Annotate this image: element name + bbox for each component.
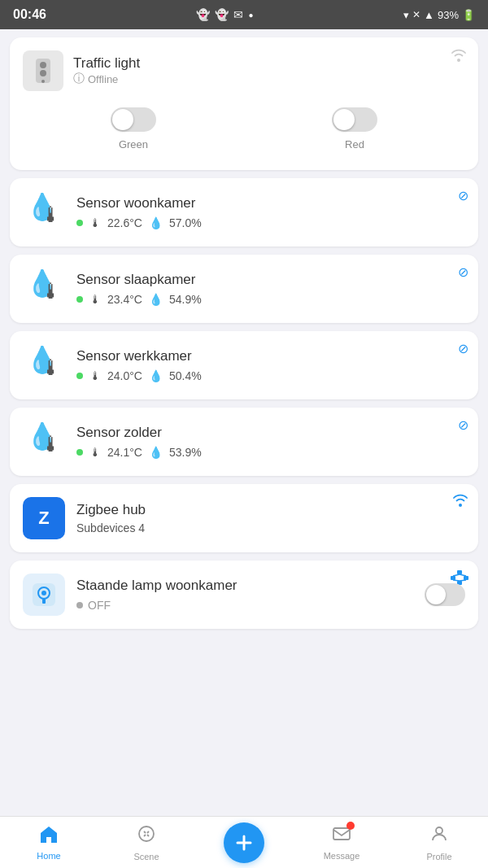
lamp-toggle[interactable] [425,583,465,606]
status-time: 00:46 [13,7,46,22]
sensor-readings-4: 🌡 24.1°C 💧 53.9% [76,446,465,459]
sensor-name-2: Sensor slaapkamer [76,272,465,288]
drop-icon-4: 💧 [149,446,163,459]
svg-text:🌡: 🌡 [41,203,62,227]
svg-line-17 [460,574,466,576]
traffic-light-icon [29,57,57,85]
temp-2: 23.4°C [107,293,142,306]
traffic-info: Traffic light ⓘ Offline [73,55,140,86]
edit-icon-3[interactable]: ⊘ [458,341,468,356]
message-badge [346,822,355,830]
sensor-readings-1: 🌡 22.6°C 💧 57.0% [76,216,465,229]
svg-point-1 [40,62,46,68]
home-icon [39,825,59,848]
nav-home[interactable]: Home [0,825,98,861]
nav-add[interactable] [195,822,293,863]
svg-rect-13 [451,576,455,580]
battery-icon: 🔋 [462,9,475,21]
wifi-icon-card [452,494,468,511]
sensor-zolder: 💧 🌡 Sensor zolder 🌡 24.1°C 💧 53.9% [23,421,465,463]
nav-scene[interactable]: Scene [98,824,195,861]
drop-icon-1: 💧 [149,216,163,229]
svg-rect-22 [42,599,46,604]
zigbee-hub: Z Zigbee hub Subdevices 4 [23,497,465,539]
svg-rect-12 [457,570,462,574]
svg-line-16 [453,574,460,576]
traffic-light-card: Traffic light ⓘ Offline Green Red [10,37,478,170]
svg-rect-25 [333,828,350,840]
scene-label: Scene [133,852,159,861]
sensor-info-3: Sensor werkkamer 🌡 24.0°C 💧 50.4% [76,348,465,382]
svg-point-3 [41,80,45,83]
lamp-svg-icon [29,580,59,609]
humidity-4: 53.9% [169,446,202,459]
sensor-slaapkamer-card: ⊘ 💧 🌡 Sensor slaapkamer 🌡 23.4°C 💧 54.9% [10,255,478,323]
zigbee-hub-card: Z Zigbee hub Subdevices 4 [10,484,478,552]
profile-label: Profile [426,852,451,861]
sensor-name-3: Sensor werkkamer [76,348,465,364]
snapchat-icon-2: 👻 [215,8,229,21]
green-toggle[interactable] [111,107,156,132]
svg-text:🌡: 🌡 [41,355,62,380]
scene-icon [137,824,156,848]
svg-point-2 [40,70,46,76]
signal-x-icon: ✕ [412,9,420,20]
off-dot [76,602,83,608]
humidity-3: 50.4% [169,369,202,382]
lamp-icon [23,574,65,616]
svg-line-18 [453,580,460,581]
signal-icon: ▲ [424,9,434,21]
temp-4: 24.1°C [107,446,142,459]
temp-3: 24.0°C [107,369,142,382]
online-dot-4 [76,449,83,456]
therm-icon-4: 🌡 [89,446,101,459]
svg-rect-14 [464,576,468,580]
humidity-2: 54.9% [169,293,202,306]
drop-icon-2: 💧 [149,293,163,306]
red-toggle-group: Red [332,107,377,150]
lamp-name: Staande lamp woonkamer [76,578,413,594]
therm-icon-2: 🌡 [89,293,101,306]
green-toggle-group: Green [111,107,156,150]
red-label: Red [345,138,364,150]
svg-point-23 [41,591,46,595]
mail-icon: ✉ [233,8,243,21]
therm-icon-3: 🌡 [89,369,101,382]
message-label: Message [324,851,360,861]
status-right: ▾ ✕ ▲ 93% 🔋 [403,9,475,21]
humidity-temp-icon-3: 💧 🌡 [24,346,63,385]
red-toggle[interactable] [332,107,377,132]
humidity-temp-icon-2: 💧 🌡 [24,269,63,308]
sensor-readings-2: 🌡 23.4°C 💧 54.9% [76,293,465,306]
add-button[interactable] [224,822,264,863]
humidity-temp-icon-1: 💧 🌡 [24,193,63,232]
sensor-werkkamer: 💧 🌡 Sensor werkkamer 🌡 24.0°C 💧 50.4% [23,344,465,386]
temp-1: 22.6°C [107,216,142,229]
traffic-status: ⓘ Offline [73,72,140,86]
scroll-area: Traffic light ⓘ Offline Green Red [0,29,488,816]
status-bar: 00:46 👻 👻 ✉ ● ▾ ✕ ▲ 93% 🔋 [0,0,488,29]
dot-icon: ● [248,11,253,20]
nav-message[interactable]: Message [293,825,390,861]
sensor-info-4: Sensor zolder 🌡 24.1°C 💧 53.9% [76,425,465,459]
sensor-woonkamer-card: ⊘ 💧 🌡 Sensor woonkamer 🌡 22.6°C 💧 57.0% [10,178,478,246]
svg-point-24 [139,827,154,841]
edit-icon-2[interactable]: ⊘ [458,264,468,280]
edit-icon-4[interactable]: ⊘ [458,417,468,433]
wifi-icon: ▾ [403,9,409,21]
svg-line-19 [460,580,466,581]
standing-lamp: Staande lamp woonkamer OFF [23,574,465,616]
home-label: Home [37,851,60,861]
sensor-werkkamer-card: ⊘ 💧 🌡 Sensor werkkamer 🌡 24.0°C 💧 50.4% [10,331,478,399]
traffic-name: Traffic light [73,55,140,72]
humidity-temp-icon-4: 💧 🌡 [24,422,63,461]
nav-profile[interactable]: Profile [390,824,488,861]
edit-icon-1[interactable]: ⊘ [458,188,468,203]
standing-lamp-card: Staande lamp woonkamer OFF [10,560,478,629]
online-dot-1 [76,220,83,226]
sensor-zolder-card: ⊘ 💧 🌡 Sensor zolder 🌡 24.1°C 💧 53.9% [10,408,478,476]
svg-text:🌡: 🌡 [41,432,62,456]
zigbee-icon: Z [23,497,65,539]
lamp-info: Staande lamp woonkamer OFF [76,578,413,612]
zigbee-name: Zigbee hub [76,502,146,518]
